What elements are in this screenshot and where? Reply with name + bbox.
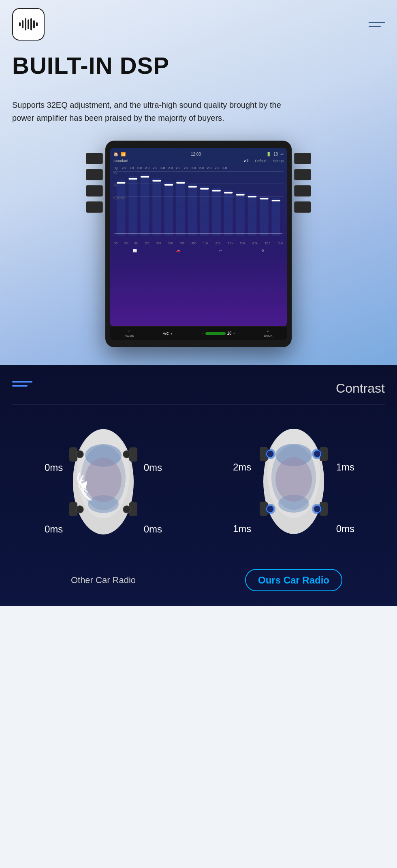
svg-rect-24 <box>212 190 221 191</box>
svg-rect-2 <box>25 18 26 30</box>
side-button-left-2[interactable] <box>86 169 103 180</box>
svg-rect-22 <box>200 188 209 190</box>
svg-point-48 <box>76 506 83 513</box>
car-comparison: 0ms 0ms 0ms 0ms <box>12 421 385 586</box>
svg-rect-19 <box>188 184 197 236</box>
q-val-10: 2.0 <box>192 166 196 170</box>
side-button-right-4[interactable] <box>294 201 311 213</box>
eq-tabs: All Default Set up <box>244 159 284 163</box>
freq-125: 125 <box>145 242 149 245</box>
other-timing-top-right: 0ms <box>144 462 162 473</box>
svg-rect-7 <box>117 180 126 235</box>
svg-rect-21 <box>200 186 209 236</box>
q-val-7: 2.0 <box>168 166 173 170</box>
q-val-14: 2.0 <box>222 166 227 170</box>
bluetooth-icon: 📶 <box>121 152 126 156</box>
logo-icon <box>18 16 38 32</box>
svg-rect-17 <box>176 180 185 235</box>
freq-500: 500 <box>180 242 185 245</box>
side-button-right-1[interactable] <box>294 153 311 164</box>
car-radio-device: 🏠 📶 12:03 🔋 18 ↩ Standard All Def <box>105 141 292 347</box>
other-car-item: 0ms 0ms 0ms 0ms <box>12 421 194 586</box>
other-timing-bottom-right: 0ms <box>144 524 162 535</box>
minus-icon[interactable]: − <box>202 331 204 335</box>
home-icon: ⌂ <box>128 329 130 333</box>
temp-down: ▼ <box>170 332 173 336</box>
svg-rect-23 <box>212 188 221 236</box>
freq-5k: 5.0k <box>240 242 245 245</box>
svg-rect-8 <box>117 182 126 184</box>
svg-point-68 <box>267 505 274 513</box>
screen-right-icons: 🔋 18 ↩ <box>266 152 284 156</box>
header-section: BUILT-IN DSP Supports 32EQ adjustment, a… <box>0 0 397 365</box>
q-val-11: 2.0 <box>199 166 204 170</box>
screen-icon-settings[interactable]: ⚙ <box>261 249 264 252</box>
temp-bar <box>205 332 226 335</box>
svg-rect-31 <box>260 196 269 235</box>
freq-80: 80 <box>134 242 138 245</box>
svg-rect-28 <box>236 194 245 195</box>
q-val-12: 2.0 <box>207 166 211 170</box>
side-button-right-3[interactable] <box>294 185 311 197</box>
other-car-svg <box>63 421 144 543</box>
side-button-right-2[interactable] <box>294 169 311 180</box>
contrast-title: Contrast <box>336 381 385 396</box>
ours-timing-bottom-left: 1ms <box>233 523 251 534</box>
hamburger-line-1 <box>369 22 385 23</box>
dsp-screen: 🏠 📶 12:03 🔋 18 ↩ Standard All Def <box>110 148 287 326</box>
freq-30: 30 <box>114 242 117 245</box>
freq-50: 50 <box>124 242 128 245</box>
other-timing-top-left: 0ms <box>45 462 63 473</box>
svg-rect-10 <box>128 178 137 180</box>
eq-q-labels: Q: 2.0 2.0 2.0 2.0 2.0 2.0 2.0 2.0 2.0 2… <box>113 166 284 170</box>
eq-mode: Standard <box>113 159 128 163</box>
ours-car-label-wrapper: Ours Car Radio <box>245 575 342 586</box>
svg-rect-29 <box>248 194 257 235</box>
ours-car-item: 2ms 1ms 1ms 0ms <box>203 421 385 586</box>
freq-8k: 8.0k <box>252 242 258 245</box>
q-val-6: 2.0 <box>160 166 165 170</box>
side-button-left-1[interactable] <box>86 153 103 164</box>
svg-rect-6 <box>36 22 38 26</box>
nav-bar <box>12 8 385 41</box>
other-car-image-container: 0ms 0ms 0ms 0ms <box>47 421 160 567</box>
nav-home[interactable]: ⌂ HOME <box>124 329 134 338</box>
svg-rect-18 <box>176 182 185 184</box>
freq-320: 320 <box>168 242 173 245</box>
screen-icon-car[interactable]: 🚗 <box>176 249 180 252</box>
ours-car-svg <box>253 421 334 542</box>
svg-point-47 <box>123 451 130 458</box>
screen-icon-eq[interactable]: 📊 <box>133 249 137 252</box>
plus-icon[interactable]: + <box>233 331 235 335</box>
svg-rect-34 <box>271 200 280 201</box>
device-bottom-nav: ⌂ HOME A/C ▼ − 18 + ↩ BACK <box>110 327 287 340</box>
svg-rect-0 <box>19 22 21 26</box>
nav-ac-label: A/C ▼ <box>163 331 173 336</box>
q-label: Q: <box>115 166 118 170</box>
q-val-5: 2.0 <box>153 166 157 170</box>
back-nav-icon: ↩ <box>267 329 269 333</box>
other-car-label: Other Car Radio <box>71 575 136 586</box>
q-val-3: 2.0 <box>137 166 142 170</box>
home-screen-icon: 🏠 <box>113 152 118 156</box>
page-title: BUILT-IN DSP <box>12 53 385 79</box>
screen-icon-arrows[interactable]: ⇄ <box>219 249 222 252</box>
eq-tab-all[interactable]: All <box>244 159 249 163</box>
compare-line-2 <box>12 385 28 387</box>
side-button-left-4[interactable] <box>86 201 103 213</box>
q-val-13: 2.0 <box>215 166 219 170</box>
eq-tab-setup[interactable]: Set up <box>273 159 284 163</box>
freq-2k: 2.0k <box>216 242 221 245</box>
side-button-left-3[interactable] <box>86 185 103 197</box>
freq-800: 800 <box>191 242 196 245</box>
hamburger-menu-button[interactable] <box>369 22 385 27</box>
ours-timing-top-right: 1ms <box>336 462 354 473</box>
eq-tab-default[interactable]: Default <box>255 159 267 163</box>
svg-rect-5 <box>33 20 35 28</box>
q-val-1: 2.0 <box>122 166 126 170</box>
back-nav-label: BACK <box>264 334 273 338</box>
svg-point-58 <box>275 457 312 502</box>
ours-car-image-container: 2ms 1ms 1ms 0ms <box>237 421 350 567</box>
nav-back[interactable]: ↩ BACK <box>264 329 273 338</box>
car-radio-wrapper: 🏠 📶 12:03 🔋 18 ↩ Standard All Def <box>12 141 385 347</box>
